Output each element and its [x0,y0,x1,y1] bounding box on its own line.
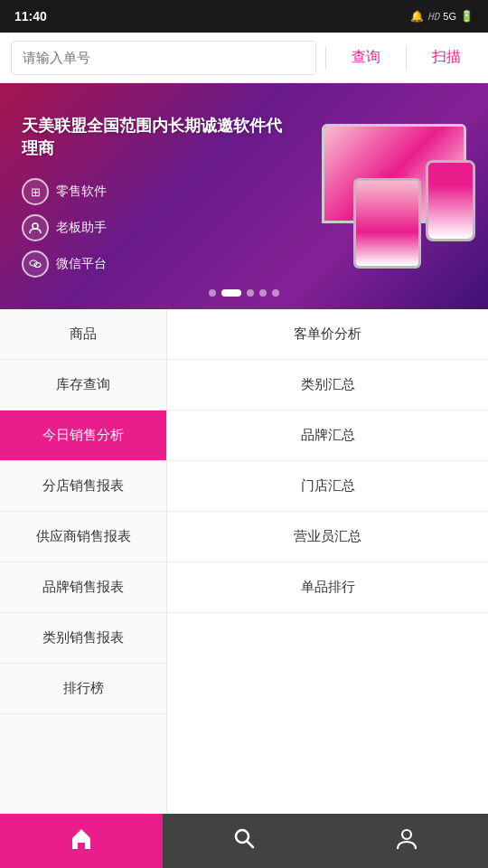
boss-icon [22,214,49,241]
dot-3[interactable] [247,289,254,297]
banner-left: 天美联盟全国范围内长期诚邀软件代理商 ⊞ 零售软件 老板助手 [22,115,286,278]
tab-profile[interactable] [325,814,488,868]
divider [325,47,326,69]
banner-right: teamiax [286,106,466,287]
retail-label: 零售软件 [56,184,107,200]
alarm-icon: 🔔 [410,10,424,23]
sidebar-item-today-sales[interactable]: 今日销售分析 [0,410,166,461]
profile-icon [394,826,419,857]
right-item-staff-summary[interactable]: 营业员汇总 [167,512,488,562]
dot-2[interactable] [221,289,241,297]
feature-wechat: 微信平台 [22,250,286,278]
sidebar-item-goods[interactable]: 商品 [0,309,166,360]
search-input[interactable] [11,41,316,75]
status-icons: 🔔 HD 5G 🔋 [410,10,474,23]
search-bar: 查询 扫描 [0,33,488,83]
status-bar: 11:40 🔔 HD 5G 🔋 [0,0,488,33]
network-icon: 5G [443,11,456,22]
sidebar-item-branch-report[interactable]: 分店销售报表 [0,461,166,512]
retail-icon: ⊞ [22,178,49,205]
sidebar-item-ranking[interactable]: 排行榜 [0,664,166,714]
boss-label: 老板助手 [56,220,107,236]
svg-point-5 [402,830,411,839]
tablet-device [353,178,421,269]
wechat-icon [22,250,49,278]
feature-boss: 老板助手 [22,214,286,241]
sidebar-item-inventory[interactable]: 库存查询 [0,360,166,410]
signal-icon: HD [427,11,439,23]
sidebar-item-category-report[interactable]: 类别销售报表 [0,613,166,664]
search-icon [231,826,257,857]
sidebar-item-supplier-report[interactable]: 供应商销售报表 [0,512,166,562]
banner-features: ⊞ 零售软件 老板助手 微信平台 [22,178,286,278]
right-item-category-summary[interactable]: 类别汇总 [167,360,488,410]
home-icon [69,826,94,857]
right-item-customer-price[interactable]: 客单价分析 [167,309,488,360]
svg-point-0 [33,223,38,229]
dot-5[interactable] [272,289,279,297]
main-content: 商品 库存查询 今日销售分析 分店销售报表 供应商销售报表 品牌销售报表 类别销… [0,309,488,814]
feature-retail: ⊞ 零售软件 [22,178,286,205]
svg-line-4 [248,841,254,847]
wechat-label: 微信平台 [56,256,107,272]
tablet-screen [356,181,418,266]
banner: 天美联盟全国范围内长期诚邀软件代理商 ⊞ 零售软件 老板助手 [0,83,488,309]
query-button[interactable]: 查询 [335,41,397,75]
banner-title: 天美联盟全国范围内长期诚邀软件代理商 [22,115,286,160]
status-time: 11:40 [14,9,47,24]
sidebar: 商品 库存查询 今日销售分析 分店销售报表 供应商销售报表 品牌销售报表 类别销… [0,309,167,814]
right-content: 客单价分析 类别汇总 品牌汇总 门店汇总 营业员汇总 单品排行 [167,309,488,814]
tab-home[interactable] [0,814,163,868]
right-item-brand-summary[interactable]: 品牌汇总 [167,410,488,461]
scan-button[interactable]: 扫描 [416,41,477,75]
sidebar-item-brand-report[interactable]: 品牌销售报表 [0,562,166,613]
tab-bar [0,814,488,868]
dot-4[interactable] [259,289,267,297]
tab-search[interactable] [163,814,325,868]
dot-1[interactable] [209,289,216,297]
phone-screen [428,163,473,239]
right-item-store-summary[interactable]: 门店汇总 [167,461,488,512]
battery-icon: 🔋 [460,10,474,23]
phone-device [426,160,475,241]
divider2 [406,47,407,69]
banner-dots [209,289,279,297]
right-item-single-ranking[interactable]: 单品排行 [167,562,488,613]
